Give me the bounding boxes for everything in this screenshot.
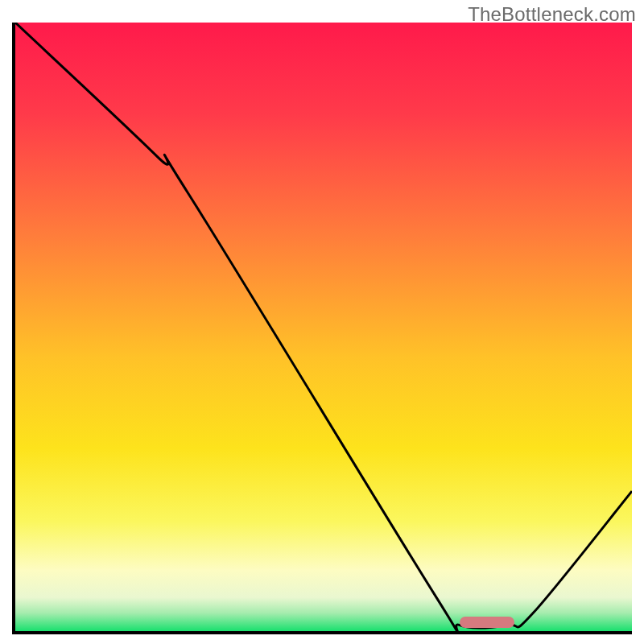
bottleneck-chart: TheBottleneck.com <box>0 0 644 644</box>
optimal-range-marker <box>460 617 515 628</box>
bottleneck-curve <box>15 23 632 631</box>
watermark-text: TheBottleneck.com <box>468 3 636 26</box>
plot-area <box>12 23 632 634</box>
